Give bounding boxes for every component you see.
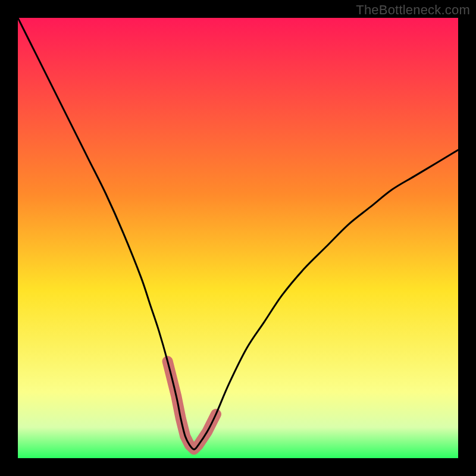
gradient-background (18, 18, 458, 458)
bottleneck-chart (18, 18, 458, 458)
plot-area (18, 18, 458, 458)
chart-frame: TheBottleneck.com (0, 0, 476, 476)
watermark-text: TheBottleneck.com (356, 2, 470, 18)
